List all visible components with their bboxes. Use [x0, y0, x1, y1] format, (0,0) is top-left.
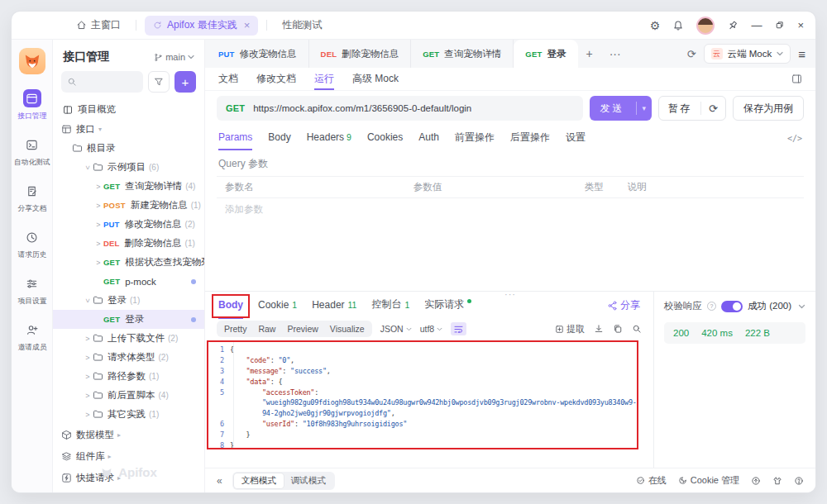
filter-button[interactable] [148, 71, 170, 93]
sidebar-nav-history[interactable]: 请求历史 [12, 228, 52, 260]
refresh-icon[interactable]: ⟳ [687, 48, 696, 60]
apifox-logo[interactable] [19, 48, 45, 74]
request-tab-Cookies[interactable]: Cookies [367, 126, 403, 150]
tab-高级 Mock[interactable]: 高级 Mock [352, 68, 399, 90]
download-icon[interactable] [594, 324, 604, 334]
request-tab-后置操作[interactable]: 后置操作 [510, 126, 550, 150]
home-window-tab[interactable]: 主窗口 [69, 18, 127, 32]
chevron-down-icon[interactable] [798, 304, 805, 309]
expand-chevron-icon[interactable]: > [93, 240, 103, 248]
user-avatar[interactable] [696, 17, 715, 35]
tree-api-item[interactable]: GET 登录 [53, 310, 204, 329]
project-overview-item[interactable]: 项目概览 [53, 99, 204, 120]
close-project-tab-icon[interactable]: × [244, 20, 251, 31]
sidebar-nav-invite[interactable]: 邀请成员 [12, 321, 52, 353]
view-mode-Visualize[interactable]: Visualize [324, 323, 370, 335]
upgrade-icon[interactable] [751, 476, 761, 486]
notifications-bell-icon[interactable] [672, 20, 684, 31]
request-tab-前置操作[interactable]: 前置操作 [455, 126, 495, 150]
validate-response-toggle[interactable] [721, 301, 743, 312]
online-status[interactable]: 在线 [636, 474, 667, 487]
tree-api-item[interactable]: >DEL 删除宠物信息(1) [53, 234, 204, 253]
send-options-caret[interactable]: ▾ [637, 104, 653, 112]
resize-handle[interactable]: ··· [504, 292, 516, 297]
extract-button[interactable]: 提取 [555, 323, 585, 335]
sidebar-item-data-model[interactable]: 数据模型▸ [53, 424, 204, 445]
open-request-tab[interactable]: GET 查询宠物详情 [411, 40, 514, 68]
restore-window-icon[interactable] [774, 20, 785, 31]
help-icon[interactable] [794, 476, 804, 486]
search-input[interactable] [61, 71, 143, 93]
view-mode-Raw[interactable]: Raw [252, 323, 281, 335]
cookie-manager[interactable]: Cookie 管理 [678, 474, 739, 487]
expand-chevron-icon[interactable]: > [93, 221, 103, 229]
tree-api-item[interactable]: >GET 根据状态查找宠物列表(2) [53, 253, 204, 272]
tree-folder[interactable]: > 路径参数(1) [53, 367, 204, 386]
expand-chevron-icon[interactable]: > [83, 335, 93, 343]
share-button[interactable]: 分享 [608, 298, 640, 312]
save-as-case-button[interactable]: 保存为用例 [733, 96, 804, 121]
tree-api-item[interactable]: >POST 新建宠物信息(1) [53, 196, 204, 215]
expand-chevron-icon[interactable]: > [93, 202, 103, 210]
close-window-icon[interactable]: × [797, 19, 804, 31]
expand-chevron-icon[interactable]: > [84, 296, 92, 306]
expand-chevron-icon[interactable]: > [83, 354, 93, 362]
doc-mode-button[interactable]: 文档模式 [234, 473, 284, 488]
tree-folder[interactable]: 根目录 [53, 139, 204, 158]
tab-修改文档[interactable]: 修改文档 [256, 68, 296, 90]
search-response-icon[interactable] [632, 324, 642, 334]
format-dropdown[interactable]: JSON [380, 324, 412, 334]
request-tab-Headers[interactable]: Headers9 [307, 126, 351, 150]
sidebar-nav-api[interactable]: 接口管理 [12, 89, 52, 121]
response-tab-控制台[interactable]: 控制台1 [371, 292, 409, 319]
debug-mode-button[interactable]: 调试模式 [284, 473, 333, 488]
mock-env-selector[interactable]: 云 云端 Mock [704, 44, 791, 64]
view-mode-Preview[interactable]: Preview [281, 323, 323, 335]
open-request-tab[interactable]: GET 登录 [514, 40, 577, 68]
undo-history-icon[interactable]: ⟳ [701, 102, 725, 115]
settings-gear-icon[interactable]: ⚙ [650, 20, 661, 31]
view-mode-Pretty[interactable]: Pretty [218, 323, 252, 335]
add-param-row[interactable]: 添加参数 [217, 198, 804, 220]
add-api-button[interactable]: + [174, 71, 196, 93]
response-tab-Cookie[interactable]: Cookie1 [258, 292, 297, 319]
send-button[interactable]: 发送 ▾ [590, 96, 653, 121]
branch-selector[interactable]: main [154, 52, 194, 62]
expand-chevron-icon[interactable]: > [84, 163, 92, 173]
more-tabs-button[interactable]: ··· [601, 40, 629, 68]
perf-test-tab[interactable]: 性能测试 [275, 18, 328, 32]
response-tab-实际请求[interactable]: 实际请求 [424, 292, 471, 319]
tab-文档[interactable]: 文档 [218, 68, 238, 90]
request-tab-Body[interactable]: Body [268, 126, 290, 150]
project-tab[interactable]: Apifox 最佳实践 × [145, 16, 258, 36]
theme-skin-icon[interactable] [772, 476, 782, 486]
tab-运行[interactable]: 运行 [314, 68, 334, 90]
sidebar-item-component-lib[interactable]: 组件库▸ [53, 445, 204, 467]
open-request-tab[interactable]: PUT 修改宠物信息 [207, 40, 309, 68]
expand-chevron-icon[interactable]: > [93, 183, 103, 191]
env-menu-icon[interactable]: ≡ [798, 47, 805, 61]
expand-chevron-icon[interactable]: > [83, 392, 93, 400]
tree-folder[interactable]: > 其它实践(1) [53, 405, 204, 424]
tree-section-apis[interactable]: 接口▾ [53, 120, 204, 139]
tree-api-item[interactable]: GET p-mock [53, 272, 204, 291]
code-view-icon[interactable]: </> [787, 134, 802, 143]
open-request-tab[interactable]: DEL 删除宠物信息 [309, 40, 412, 68]
sidebar-nav-settings[interactable]: 项目设置 [12, 274, 52, 307]
sidebar-nav-sharedoc[interactable]: 分享文档 [12, 182, 52, 214]
tree-folder[interactable]: > 示例项目(6) [53, 158, 204, 177]
expand-chevron-icon[interactable]: > [83, 411, 93, 419]
sidebar-item-recycle-bin[interactable]: 回收站 [53, 488, 204, 492]
collapse-sidebar-icon[interactable]: « [217, 475, 222, 487]
tree-folder[interactable]: > 前后置脚本(4) [53, 386, 204, 405]
tree-api-item[interactable]: >PUT 修改宠物信息(2) [53, 215, 204, 234]
tree-folder[interactable]: > 请求体类型(2) [53, 348, 204, 367]
info-icon[interactable]: ? [707, 302, 716, 311]
response-json-editor[interactable]: 1 { 2 "code": "0", 3 "message": "success… [207, 340, 638, 449]
response-tab-Body[interactable]: Body [218, 292, 243, 319]
minimize-window-icon[interactable]: — [751, 19, 762, 31]
sidebar-nav-autotest[interactable]: 自动化测试 [12, 136, 52, 168]
copy-icon[interactable] [613, 324, 623, 334]
request-tab-设置[interactable]: 设置 [566, 126, 586, 150]
pin-window-icon[interactable] [725, 17, 742, 34]
